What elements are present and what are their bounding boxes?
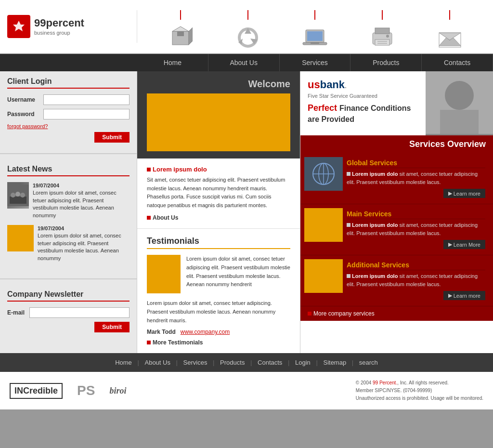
service-title-global: Global Services <box>347 159 485 168</box>
logo-text: 99percent business group <box>34 17 84 36</box>
envelope-icon <box>435 22 464 53</box>
logo-brand: 99percent <box>34 17 84 29</box>
svg-marker-2 <box>189 27 193 45</box>
service-item-main: Main Services Lorem ipsum dolo sit amet,… <box>300 204 493 255</box>
svg-point-27 <box>445 81 474 110</box>
footer-about-link[interactable]: About Us <box>144 359 170 366</box>
login-submit-button[interactable]: Submit <box>94 132 130 143</box>
bank-tagline: Five Star Service Guaranteed <box>308 93 418 99</box>
footer-logos: INCredible PS biroi <box>10 379 346 402</box>
password-row: Password <box>7 109 130 119</box>
learn-more-main-button[interactable]: ▶ Learn More <box>443 240 485 249</box>
about-link[interactable]: About Us <box>147 214 290 221</box>
content-area: Welcome Lorem ipsum dolo Sit amet, conse… <box>137 71 493 353</box>
footer-login-link[interactable]: Login <box>295 359 311 366</box>
login-title: Client Login <box>7 77 130 89</box>
more-testimonials-text: More Testimonials <box>153 339 203 346</box>
nav-home[interactable]: Home <box>137 54 208 71</box>
bank-headline: Perfect Finance Conditions are Provided <box>308 103 418 125</box>
nav-contacts[interactable]: Contacts <box>422 54 493 71</box>
more-services-link[interactable]: More company services <box>300 306 493 321</box>
testimonial-item: Lorem ipsum dolor sit amet, consec tetue… <box>147 255 290 293</box>
nav-icon-laptop[interactable] <box>300 10 329 53</box>
about-link-text: About Us <box>153 214 178 221</box>
username-input[interactable] <box>43 94 130 105</box>
sidebar: Client Login Username Password forgot pa… <box>0 71 137 353</box>
newsletter-section: Company Newsletter E-mail Submit <box>0 284 137 328</box>
welcome-title: Welcome <box>147 79 290 90</box>
forgot-password-link[interactable]: forgot password? <box>7 123 130 129</box>
nav-products[interactable]: Products <box>350 54 422 71</box>
nav-icon-arrow[interactable] <box>234 10 262 53</box>
main-wrapper: Client Login Username Password forgot pa… <box>0 71 493 353</box>
footer-brand-link[interactable]: 99 Percent. <box>373 380 397 385</box>
service-content-global: Global Services Lorem ipsum dolo sit ame… <box>343 157 489 200</box>
footer-contacts-link[interactable]: Contacts <box>258 359 282 366</box>
main-nav-spacer <box>0 54 137 71</box>
svg-marker-1 <box>172 26 189 31</box>
welcome-image <box>147 93 290 151</box>
service-bullet-main <box>347 223 350 227</box>
svg-rect-3 <box>177 31 184 36</box>
password-input[interactable] <box>43 109 130 119</box>
footer-bottom: INCredible PS biroi © 2004 99 Percent., … <box>0 372 493 409</box>
nav-icon-box[interactable] <box>166 10 195 53</box>
nav-icon-envelope[interactable] <box>435 10 464 53</box>
news-date-2: 19/07/2004 <box>38 225 130 232</box>
news-body-text: Sit amet, consec tetuer adipiscing elit.… <box>147 176 290 210</box>
newsletter-title: Company Newsletter <box>7 290 130 302</box>
footer-copy-line2: Member SIPC/NYSE. (0704-99999) <box>356 387 483 395</box>
service-content-additional: Additional Services Lorem ipsum dolo sit… <box>343 259 489 302</box>
footer-logo-wiroi: biroi <box>109 386 126 396</box>
nav-icon-printer[interactable] <box>368 10 397 53</box>
news-content-2: 19/07/2004 Lorem ipsum dolor sit amet, c… <box>38 225 130 262</box>
news-title: Latest News <box>7 165 130 176</box>
svg-rect-14 <box>375 40 389 45</box>
testimonials-section: Testimonials Lorem ipsum dolor sit amet,… <box>137 229 300 353</box>
svg-point-23 <box>11 193 15 198</box>
password-label: Password <box>7 111 40 118</box>
footer-services-link[interactable]: Services <box>183 359 208 366</box>
laptop-icon <box>300 22 329 53</box>
learn-more-additional-button[interactable]: ▶ Learn more <box>443 291 485 300</box>
footer-home-link[interactable]: Home <box>115 359 132 366</box>
service-bullet-global <box>347 172 350 176</box>
username-row: Username <box>7 94 130 105</box>
services-header: Services Overview <box>300 135 493 153</box>
author-link[interactable]: www.company.com <box>181 329 230 335</box>
newsletter-submit-button[interactable]: Submit <box>94 322 130 332</box>
nav-services[interactable]: Services <box>280 54 351 71</box>
svg-rect-28 <box>440 110 479 134</box>
main-nav: Home About Us Services Products Contacts <box>0 54 493 71</box>
services-overview: Services Overview <box>300 135 493 321</box>
login-actions: forgot password? Submit <box>7 123 130 143</box>
service-body-main: Lorem ipsum dolo sit amet, consec tetuer… <box>347 221 485 237</box>
bank-text: usbank. Five Star Service Guaranteed Per… <box>300 71 426 135</box>
right-panel: usbank. Five Star Service Guaranteed Per… <box>300 71 493 353</box>
footer-products-link[interactable]: Products <box>220 359 245 366</box>
sidebar-divider-1 <box>0 153 137 154</box>
footer-sitemap-link[interactable]: Sitemap <box>323 359 346 366</box>
service-item-additional: Additional Services Lorem ipsum dolo sit… <box>300 255 493 306</box>
service-content-main: Main Services Lorem ipsum dolo sit amet,… <box>343 208 489 251</box>
username-label: Username <box>7 96 40 103</box>
nav-about[interactable]: About Us <box>208 54 280 71</box>
footer-search-link[interactable]: search <box>359 359 378 366</box>
nav-icons <box>137 0 493 53</box>
about-bullet-icon <box>147 216 151 220</box>
more-testimonials-link[interactable]: More Testimonials <box>147 339 290 346</box>
email-row: E-mail <box>7 307 130 318</box>
news-content-main: Lorem ipsum dolo Sit amet, consec tetuer… <box>137 158 300 229</box>
service-title-additional: Additional Services <box>347 261 485 270</box>
email-input[interactable] <box>29 307 130 318</box>
more-services-text: More company services <box>313 310 375 317</box>
svg-rect-11 <box>311 42 319 44</box>
logo-icon <box>7 15 30 38</box>
footer-copyright: © 2004 99 Percent., Inc. All rights rese… <box>356 379 483 402</box>
news-thumb-2 <box>7 225 34 251</box>
printer-icon <box>368 22 397 53</box>
bank-image <box>426 71 493 135</box>
svg-point-25 <box>20 193 25 198</box>
svg-rect-16 <box>377 43 387 44</box>
learn-more-global-button[interactable]: ▶ Learn more <box>443 189 485 198</box>
